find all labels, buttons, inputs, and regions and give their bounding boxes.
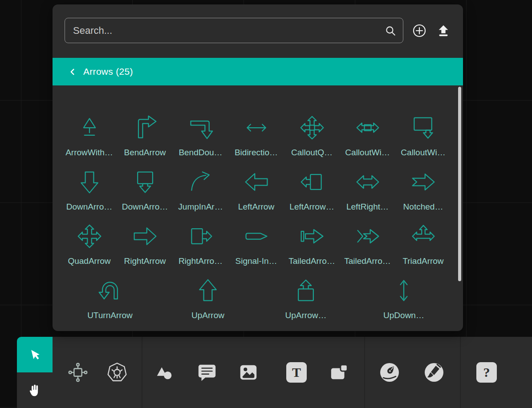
shape-item[interactable]: TailedArro…: [340, 219, 395, 266]
category-title: Arrows (25): [83, 66, 133, 77]
image-tool-button[interactable]: [238, 362, 259, 383]
shape-item[interactable]: BendDou…: [173, 110, 228, 158]
shape-item[interactable]: TailedArro…: [284, 219, 340, 266]
jump-in-arrow-icon: [187, 169, 214, 195]
pointer-icon: [28, 347, 42, 362]
shape-label: UpDown…: [383, 311, 424, 320]
bidirectional-arrow-icon: [243, 114, 270, 141]
search-box: [65, 18, 403, 43]
shape-item[interactable]: UpDown…: [355, 273, 453, 320]
brush-icon: [423, 362, 445, 383]
shape-label: UpArrow: [191, 311, 224, 320]
image-icon: [238, 362, 259, 383]
add-shape-button[interactable]: [411, 23, 427, 39]
shape-item[interactable]: QuadArrow: [61, 219, 117, 266]
right-arrow-icon: [132, 223, 158, 250]
shape-item[interactable]: JumpInAr…: [173, 165, 228, 212]
shape-item[interactable]: UpArrow…: [257, 273, 355, 320]
shape-item[interactable]: Bidirectio…: [228, 110, 284, 158]
arrow-with-base-icon: [76, 114, 103, 141]
text-tool-icon: T: [286, 362, 307, 383]
shape-label: LeftArrow…: [289, 202, 334, 212]
shape-grid-row: UTurnArrowUpArrowUpArrow…UpDown…: [61, 273, 463, 320]
shape-item[interactable]: CalloutQ…: [284, 110, 340, 158]
shape-item[interactable]: RightArrow: [117, 219, 173, 266]
shape-label: BendDou…: [179, 148, 222, 158]
bend-arrow-icon: [132, 114, 158, 141]
shape-item[interactable]: DownArro…: [117, 165, 173, 212]
shape-label: LeftArrow: [238, 202, 274, 212]
shape-item[interactable]: RightArro…: [173, 219, 228, 266]
scrollbar-thumb[interactable]: [458, 87, 461, 281]
shape-label: UTurnArrow: [87, 311, 133, 320]
shape-item[interactable]: CalloutWi…: [340, 110, 395, 158]
down-arrow-icon: [76, 169, 103, 195]
shape-item[interactable]: Notched…: [395, 165, 451, 212]
shape-item[interactable]: UTurnArrow: [61, 273, 159, 320]
shape-item[interactable]: LeftArrow…: [284, 165, 340, 212]
left-arrow-callout-icon: [299, 169, 325, 195]
shape-grid: ArrowWith…BendArrowBendDou…Bidirectio…Ca…: [53, 110, 463, 320]
shape-item[interactable]: LeftRight…: [340, 165, 395, 212]
tailed-arrow-double-icon: [354, 223, 381, 250]
up-arrow-icon: [195, 277, 221, 304]
text-tool-button[interactable]: T: [286, 362, 307, 383]
shape-label: Notched…: [403, 202, 443, 212]
shape-label: CalloutWi…: [401, 148, 445, 158]
callout-down-right-arrow-icon: [410, 114, 437, 141]
shape-item[interactable]: TriadArrow: [395, 219, 451, 266]
comment-icon: [197, 362, 217, 383]
pointer-tool-button[interactable]: [17, 337, 53, 372]
node-graph-tool-button[interactable]: [67, 362, 89, 383]
toolbar-separator: [364, 337, 365, 408]
back-chevron-icon[interactable]: [69, 68, 77, 76]
shape-item[interactable]: UpArrow: [159, 273, 257, 320]
comment-tool-button[interactable]: [196, 362, 218, 383]
toolbar-separator: [460, 337, 461, 408]
shape-label: UpArrow…: [285, 311, 327, 320]
sticky-note-tool-button[interactable]: [329, 362, 350, 383]
shape-label: QuadArrow: [68, 256, 110, 266]
left-tool-group: [17, 337, 53, 408]
shape-grid-row: ArrowWith…BendArrowBendDou…Bidirectio…Ca…: [61, 110, 463, 158]
shapes-icon: [154, 362, 175, 383]
up-arrow-callout-icon: [292, 277, 319, 304]
left-arrow-icon: [243, 169, 270, 195]
help-button[interactable]: ?: [476, 362, 497, 383]
shape-item[interactable]: Signal-In…: [228, 219, 284, 266]
shape-label: CalloutQ…: [291, 148, 333, 158]
shape-label: JumpInAr…: [178, 202, 223, 212]
kubernetes-tool-button[interactable]: [106, 362, 128, 383]
notched-right-arrow-icon: [410, 169, 437, 195]
shape-label: TailedArro…: [344, 256, 391, 266]
up-down-arrow-icon: [390, 277, 417, 304]
shape-label: Signal-In…: [236, 256, 277, 266]
shape-item[interactable]: ArrowWith…: [61, 110, 117, 158]
callout-quad-arrow-icon: [299, 114, 325, 141]
triad-arrow-icon: [410, 223, 437, 250]
upload-button[interactable]: [435, 23, 451, 39]
pen-icon: [379, 362, 400, 383]
shape-grid-row: DownArro…DownArro…JumpInAr…LeftArrowLeft…: [61, 165, 463, 212]
shape-label: BendArrow: [124, 148, 166, 158]
pen-tool-button[interactable]: [379, 362, 400, 383]
shape-item[interactable]: CalloutWi…: [395, 110, 451, 158]
shape-library-panel: Arrows (25) ArrowWith…BendArrowBendDou…B…: [53, 4, 463, 331]
kubernetes-helm-icon: [106, 361, 128, 384]
category-header[interactable]: Arrows (25): [53, 58, 463, 85]
sticky-note-icon: [329, 362, 349, 383]
shape-item[interactable]: LeftArrow: [228, 165, 284, 212]
toolbar-separator: [142, 337, 142, 408]
hand-tool-button[interactable]: [17, 372, 53, 408]
bottom-toolbar: T: [53, 337, 532, 408]
shape-item[interactable]: BendArrow: [117, 110, 173, 158]
shape-item[interactable]: DownArro…: [61, 165, 117, 212]
search-icon: [385, 25, 396, 36]
shape-grid-row: QuadArrowRightArrowRightArro…Signal-In…T…: [61, 219, 463, 266]
left-right-arrow-icon: [354, 169, 381, 195]
quad-arrow-icon: [76, 223, 103, 250]
brush-tool-button[interactable]: [423, 362, 445, 383]
search-input[interactable]: [65, 18, 403, 43]
node-graph-icon: [66, 361, 89, 384]
shapes-tool-button[interactable]: [154, 362, 175, 383]
